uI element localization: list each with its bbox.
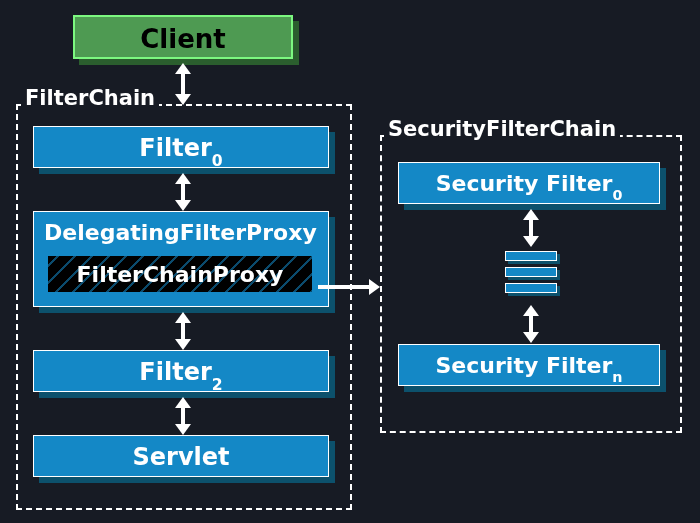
security-filter0-label-base: Security Filter [436, 171, 613, 196]
servlet-label: Servlet [132, 443, 229, 471]
security-filter0-box: Security Filter0 [398, 162, 660, 204]
client-label: Client [140, 24, 225, 54]
security-filtern-label-sub: n [612, 369, 622, 385]
servlet-box: Servlet [33, 435, 329, 477]
arrow-client-filter0 [173, 64, 193, 104]
filter-chain-proxy-label: FilterChainProxy [77, 262, 284, 287]
filter2-label-sub: 2 [212, 376, 223, 394]
filter-chain-proxy-box: FilterChainProxy [46, 254, 314, 294]
security-filtern-label-base: Security Filter [436, 353, 613, 378]
security-filter-ellipsis [505, 251, 557, 293]
filter2-box: Filter2 [33, 350, 329, 392]
arrow-filter0-delegating [173, 174, 193, 210]
filter2-label-base: Filter [139, 358, 211, 386]
ellipsis-bar [505, 251, 557, 261]
security-filter0-label-sub: 0 [612, 187, 622, 203]
arrow-sf0-ellipsis [521, 210, 541, 246]
ellipsis-bar [505, 283, 557, 293]
security-filtern-box: Security Filtern [398, 344, 660, 386]
filter0-box: Filter0 [33, 126, 329, 168]
client-box: Client [73, 15, 293, 59]
filter0-label-sub: 0 [212, 152, 223, 170]
ellipsis-bar [505, 267, 557, 277]
delegating-filter-proxy-label: DelegatingFilterProxy [34, 212, 328, 245]
arrow-delegating-filter2 [173, 313, 193, 349]
filter0-label-base: Filter [139, 134, 211, 162]
arrow-ellipsis-sfn [521, 306, 541, 342]
security-filterchain-title: SecurityFilterChain [384, 117, 620, 141]
arrow-filter2-servlet [173, 398, 193, 434]
filterchain-title: FilterChain [21, 86, 159, 110]
arrow-proxy-to-security [318, 285, 370, 289]
